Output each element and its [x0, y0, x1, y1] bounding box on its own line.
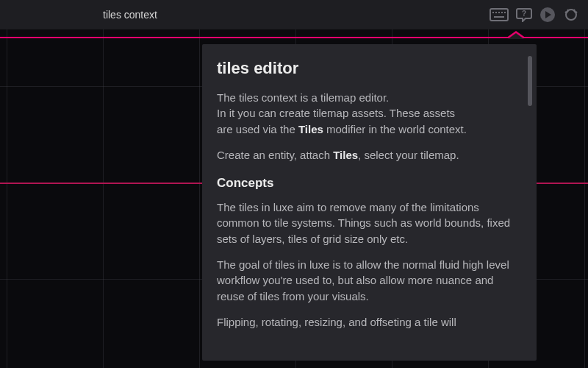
- grid-line: [199, 29, 200, 368]
- help-panel: tiles editor The tiles context is a tile…: [202, 44, 537, 361]
- svg-rect-4: [501, 12, 503, 13]
- grid-line: [584, 29, 585, 368]
- play-icon[interactable]: [539, 7, 556, 23]
- keyboard-icon[interactable]: [490, 8, 509, 21]
- panel-accent-bar: [0, 37, 588, 38]
- grid-line: [7, 29, 7, 368]
- context-label: tiles context: [103, 9, 157, 21]
- svg-rect-0: [490, 9, 508, 21]
- svg-rect-2: [495, 12, 497, 13]
- grid-line: [103, 29, 104, 368]
- svg-text:?: ?: [522, 10, 526, 18]
- svg-rect-1: [492, 12, 494, 13]
- svg-rect-6: [494, 16, 504, 18]
- help-title: tiles editor: [217, 59, 519, 78]
- editor-viewport[interactable]: tiles editor The tiles context is a tile…: [0, 29, 588, 368]
- help-concepts-p1: The tiles in luxe aim to remove many of …: [217, 199, 519, 247]
- help-intro: The tiles context is a tilemap editor. I…: [217, 90, 519, 137]
- svg-rect-3: [498, 12, 500, 13]
- help-concepts-p3: Flipping, rotating, resizing, and offset…: [217, 314, 519, 330]
- help-concepts-header: Concepts: [217, 176, 519, 191]
- topbar: tiles context ?: [0, 0, 588, 29]
- svg-rect-5: [504, 12, 506, 13]
- help-concepts-p2: The goal of tiles in luxe is to allow th…: [217, 257, 519, 304]
- topbar-icons: ?: [490, 0, 579, 29]
- scrollbar-thumb[interactable]: [528, 56, 532, 106]
- panel-pointer-fill: [508, 33, 524, 39]
- help-create-line: Create an entity, attach Tiles, select y…: [217, 147, 519, 163]
- help-icon[interactable]: ?: [516, 7, 532, 22]
- luxe-logo-icon[interactable]: [563, 7, 579, 23]
